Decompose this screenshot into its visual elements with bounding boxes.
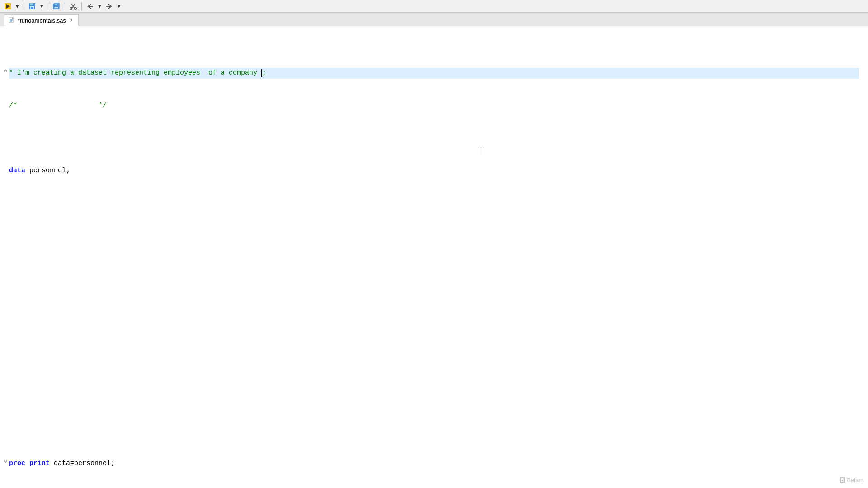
tab-close-button[interactable]: ×	[69, 18, 74, 23]
code-line-5	[9, 198, 859, 209]
code-line-3	[9, 133, 859, 144]
toolbar: ▾ ▾	[0, 0, 868, 13]
code-line-10	[9, 361, 859, 371]
back-icon	[86, 3, 94, 10]
back-dropdown-button[interactable]: ▾	[97, 2, 103, 10]
save-dropdown-button[interactable]: ▾	[39, 2, 45, 10]
watermark: 🅱 Belam	[840, 477, 863, 483]
cut-icon	[70, 3, 77, 10]
code-content[interactable]: ⊖* I'm creating a dataset representing e…	[0, 35, 868, 488]
comment-2: /* */	[9, 102, 107, 109]
run-dropdown-button[interactable]: ▾	[14, 2, 20, 10]
code-line-2: /* */	[9, 100, 859, 111]
tab-file-icon	[9, 17, 15, 23]
code-line-9	[9, 328, 859, 339]
run-icon	[4, 3, 11, 10]
code-line-11	[9, 393, 859, 404]
comment-1: * I'm creating a dataset representing em…	[9, 69, 261, 77]
code-line-8	[9, 296, 859, 306]
separator-3	[65, 2, 65, 10]
save-button[interactable]	[27, 2, 37, 11]
save-all-icon	[53, 3, 60, 10]
proc-rest: data=personnel;	[50, 460, 115, 467]
run-dropdown-arrow: ▾	[16, 3, 19, 9]
code-line-1: ⊖* I'm creating a dataset representing e…	[9, 68, 859, 79]
code-line-7	[9, 263, 859, 274]
svg-rect-5	[31, 7, 33, 9]
svg-point-13	[75, 7, 77, 9]
separator-2	[48, 2, 48, 10]
save-dropdown-arrow: ▾	[40, 3, 43, 9]
data-1-rest: personnel;	[25, 167, 70, 174]
forward-button[interactable]	[104, 2, 114, 11]
kw-data-1: data	[9, 167, 25, 174]
tab-fundamentals[interactable]: *fundamentals.sas ×	[4, 14, 79, 26]
cut-button[interactable]	[68, 2, 78, 11]
code-line-6	[9, 230, 859, 241]
code-line-13: ⊖proc print data=personnel;	[9, 458, 859, 469]
code-line-4: data personnel;	[9, 165, 859, 176]
forward-dropdown-button[interactable]: ▾	[116, 2, 122, 10]
tab-title: *fundamentals.sas	[18, 17, 66, 24]
separator-1	[24, 2, 24, 10]
svg-point-12	[70, 7, 72, 9]
forward-icon	[106, 3, 113, 10]
code-line-12	[9, 426, 859, 436]
tabs-bar: *fundamentals.sas ×	[0, 13, 868, 26]
save-all-button[interactable]	[52, 2, 61, 11]
back-dropdown-arrow: ▾	[98, 3, 101, 9]
watermark-text: 🅱 Belam	[840, 477, 863, 483]
run-button[interactable]	[3, 2, 13, 11]
collapse-button-2[interactable]: ⊖	[3, 458, 8, 464]
svg-rect-3	[30, 3, 33, 5]
separator-4	[81, 2, 82, 10]
save-icon	[28, 3, 36, 10]
kw-print: print	[25, 460, 50, 467]
editor-area[interactable]: ⊖* I'm creating a dataset representing e…	[0, 26, 868, 488]
collapse-button-1[interactable]: ⊖	[3, 68, 8, 73]
kw-proc: proc	[9, 460, 25, 467]
forward-dropdown-arrow: ▾	[118, 3, 121, 9]
back-button[interactable]	[85, 2, 95, 11]
